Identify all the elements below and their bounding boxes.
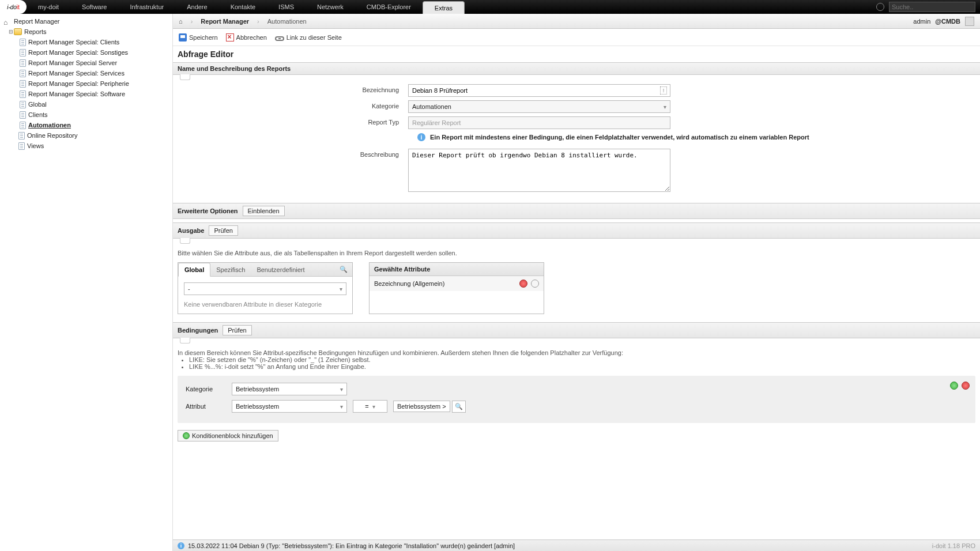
avatar-icon[interactable] (965, 17, 974, 26)
language-icon[interactable] (876, 3, 884, 11)
home-icon (3, 18, 12, 25)
ausgabe-pruefen-button[interactable]: Prüfen (209, 225, 238, 236)
chevron-down-icon: ▾ (340, 403, 343, 410)
topnav-item-netzwerk[interactable]: Netzwerk (306, 0, 355, 14)
save-button[interactable]: Speichern (179, 33, 218, 41)
section-erweiterte-optionen: Erweiterte Optionen Einblenden (173, 203, 980, 219)
global-search-input[interactable] (889, 2, 975, 12)
line-icon (13, 131, 18, 140)
topnav-item-extras[interactable]: Extras (423, 1, 465, 14)
sidebar-item-0[interactable]: Report Manager Special: Clients (0, 37, 172, 47)
tree-root[interactable]: Report Manager (0, 16, 172, 27)
plus-icon (183, 432, 190, 439)
doc-icon (20, 39, 26, 46)
attr-search-icon[interactable]: 🔍 (335, 266, 352, 273)
page-link-button[interactable]: Link zu dieser Seite (275, 34, 342, 41)
remove-condition-block-button[interactable] (962, 382, 970, 390)
label-report-typ: Report Typ (178, 116, 408, 126)
cancel-button[interactable]: Abbrechen (226, 33, 267, 41)
cond-select-attribut[interactable]: Betriebssystem▾ (232, 400, 347, 413)
attribute-empty-text: Keine verwendbaren Attribute in dieser K… (184, 295, 346, 308)
sidebar-item-6[interactable]: Global (0, 99, 172, 110)
label-kategorie: Kategorie (178, 100, 408, 110)
topnav-item-infrastruktur[interactable]: Infrastruktur (118, 0, 175, 14)
attribute-options-button[interactable] (531, 280, 539, 288)
select-kategorie[interactable]: Automationen▾ (408, 100, 670, 113)
select-kategorie-value: Automationen (412, 103, 451, 110)
tree-reports[interactable]: ⊟Reports (0, 27, 172, 37)
user-tenant: @CMDB (935, 18, 960, 25)
textarea-beschreibung[interactable] (408, 149, 670, 192)
topnav-item-isms[interactable]: ISMS (267, 0, 306, 14)
tree-views[interactable]: Views (0, 141, 172, 151)
add-condition-button[interactable] (950, 382, 958, 390)
sidebar-item-label: Report Manager Special: Sonstiges (28, 48, 128, 57)
sidebar-item-7[interactable]: Clients (0, 110, 172, 120)
logo[interactable]: i-doit (0, 0, 27, 14)
sidebar-item-1[interactable]: Report Manager Special: Sonstiges (0, 47, 172, 58)
cond-operator-value: = (365, 403, 368, 410)
sidebar-item-label: Report Manager Special Server (28, 58, 117, 67)
breadcrumb-automationen[interactable]: Automationen (267, 18, 307, 25)
section-erweiterte-label: Erweiterte Optionen (178, 207, 238, 214)
topnav-item-software[interactable]: Software (70, 0, 118, 14)
topnav-item-my-doit[interactable]: my-doit (27, 0, 70, 14)
breadcrumb-report-manager[interactable]: Report Manager (201, 18, 249, 25)
attr-tab-spezifisch[interactable]: Spezifisch (210, 263, 251, 276)
doc-icon (20, 101, 26, 108)
remove-attribute-button[interactable] (519, 280, 527, 288)
doc-icon (20, 122, 26, 129)
topnav-list: my-doitSoftwareInfrastrukturAndereKontak… (27, 0, 465, 14)
section-bedingungen-label: Bedingungen (178, 327, 218, 334)
info-icon: i (417, 133, 425, 141)
sidebar-item-8[interactable]: Automationen (0, 120, 172, 130)
chevron-down-icon: ▾ (340, 286, 342, 292)
chosen-attribute-row: Bezeichnung (Allgemein) (370, 276, 544, 291)
cond-value-field[interactable]: Betriebssystem > (393, 401, 450, 412)
sidebar-item-4[interactable]: Report Manager Special: Peripherie (0, 78, 172, 89)
attr-tab-global[interactable]: Global (178, 263, 210, 277)
bedingungen-pruefen-button[interactable]: Prüfen (223, 325, 251, 335)
add-condition-block-label: Konditionenblock hinzufügen (192, 432, 273, 439)
einblenden-button[interactable]: Einblenden (243, 206, 285, 216)
cond-label-attribut: Attribut (186, 403, 226, 410)
attr-tab-benutzerdefiniert[interactable]: Benutzerdefiniert (251, 263, 310, 276)
cond-select-kategorie[interactable]: Betriebssystem▾ (232, 383, 347, 395)
label-beschreibung: Beschreibung (178, 149, 408, 158)
bedingungen-hint-2: LIKE %...%: i-doit setzt "%" an Anfang u… (189, 363, 975, 370)
sidebar-item-2[interactable]: Report Manager Special Server (0, 58, 172, 68)
page-link-label: Link zu dieser Seite (287, 34, 342, 41)
doc-icon (18, 132, 25, 139)
cond-browse-button[interactable]: 🔍 (452, 401, 466, 413)
section-bedingungen: Bedingungen Prüfen (173, 322, 980, 338)
collapse-icon[interactable]: ⊟ (8, 27, 14, 36)
cond-value-text: Betriebssystem > (397, 403, 446, 410)
add-condition-block-button[interactable]: Konditionenblock hinzufügen (178, 430, 278, 441)
sidebar-item-label: Report Manager Special: Software (28, 89, 125, 99)
topnav-item-andere[interactable]: Andere (175, 0, 218, 14)
attribute-category-select[interactable]: -▾ (184, 282, 346, 295)
breadcrumb: ⌂ › Report Manager › Automationen admin … (173, 14, 980, 29)
section-name-desc-label: Name und Beschreibung des Reports (178, 65, 291, 72)
tree-online-repo[interactable]: Online Repository (0, 130, 172, 141)
chevron-right-icon: › (191, 18, 193, 25)
bedingungen-description: In diesem Bereich können Sie Attribut-sp… (173, 344, 980, 372)
chosen-attribute-name: Bezeichnung (Allgemein) (374, 280, 516, 287)
ausgabe-help-text: Bitte wählen Sie die Attribute aus, die … (173, 244, 980, 262)
chevron-down-icon: ▾ (340, 386, 343, 393)
breadcrumb-home-icon[interactable]: ⌂ (179, 18, 183, 25)
sidebar-item-3[interactable]: Report Manager Special: Services (0, 68, 172, 78)
input-bezeichnung[interactable] (408, 84, 670, 97)
sidebar-item-5[interactable]: Report Manager Special: Software (0, 89, 172, 99)
cond-select-operator[interactable]: =▾ (353, 400, 387, 413)
required-icon: ! (660, 86, 667, 95)
sidebar: Report Manager ⊟Reports Report Manager S… (0, 14, 173, 551)
bedingungen-desc-text: In diesem Bereich können Sie Attribut-sp… (178, 349, 975, 356)
info-icon: i (178, 542, 184, 549)
topnav-item-kontakte[interactable]: Kontakte (219, 0, 267, 14)
doc-icon (18, 142, 25, 150)
topnav-item-cmdb-explorer[interactable]: CMDB-Explorer (355, 0, 423, 14)
field-report-typ-value: Regulärer Report (412, 119, 461, 126)
status-text: 15.03.2022 11:04 Debian 9 (Typ: "Betrieb… (188, 542, 515, 549)
chevron-down-icon: ▾ (664, 104, 666, 110)
